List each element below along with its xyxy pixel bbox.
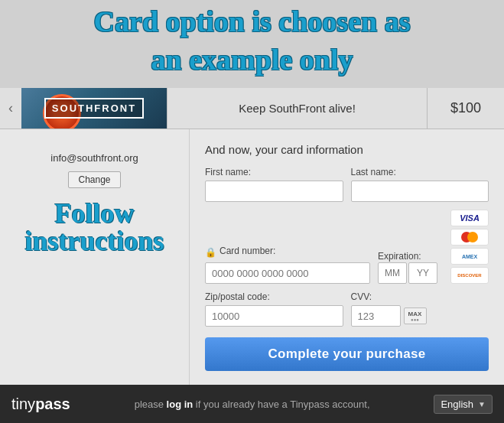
- form-title: And now, your card information: [205, 143, 489, 156]
- logo-tiny: tiny: [11, 395, 35, 412]
- logo-text: SOUTHFRONT: [44, 98, 144, 119]
- expiry-inputs: [378, 262, 443, 284]
- amex-icon: AMEX: [450, 248, 489, 265]
- southfront-logo: SOUTHFRONT: [21, 88, 167, 129]
- discover-icon: DISCOVER: [450, 267, 489, 284]
- footer: tinypass please log in if you already ha…: [0, 385, 504, 423]
- footer-text-pre: please: [135, 399, 167, 410]
- header-description: Keep SouthFront alive!: [167, 88, 428, 129]
- card-number-group: 🔒 Card number:: [205, 246, 370, 284]
- main-container: ‹ SOUTHFRONT Keep SouthFront alive! $100…: [0, 88, 504, 385]
- content-area: info@southfront.org Change Follow instru…: [0, 129, 504, 385]
- cvv-label: CVV:: [351, 291, 489, 302]
- footer-text-post: if you already have a Tinypass account,: [193, 399, 369, 410]
- right-form: And now, your card information First nam…: [190, 129, 504, 385]
- visa-icon: VISA: [450, 210, 489, 226]
- header-bar: ‹ SOUTHFRONT Keep SouthFront alive! $100: [0, 88, 504, 129]
- footer-login-text: please log in if you already have a Tiny…: [70, 399, 434, 410]
- expiry-mm-input[interactable]: [378, 262, 407, 284]
- user-email: info@southfront.org: [50, 152, 138, 164]
- cvv-input[interactable]: [351, 305, 401, 327]
- watermark-line2: an example only: [0, 38, 504, 76]
- watermark: Card option is choosen as an example onl…: [0, 0, 504, 76]
- expiration-label: Expiration:: [378, 251, 421, 262]
- language-dropdown-arrow: ▼: [478, 400, 486, 408]
- change-button[interactable]: Change: [68, 171, 120, 188]
- left-sidebar: info@southfront.org Change Follow instru…: [0, 129, 190, 385]
- card-row: 🔒 Card number: Expiration: VISA: [205, 210, 489, 284]
- expiry-yy-input[interactable]: [408, 262, 437, 284]
- login-link[interactable]: log in: [167, 399, 193, 410]
- bottom-row: Zip/postal code: CVV: MAX ●●●: [205, 291, 489, 327]
- follow-instructions-text: Follow instructions: [24, 200, 164, 255]
- tinypass-logo: tinypass: [11, 395, 70, 413]
- header-amount: $100: [428, 88, 504, 129]
- last-name-group: Last name:: [351, 167, 489, 202]
- expiry-group: Expiration:: [378, 249, 443, 284]
- zip-group: Zip/postal code:: [205, 291, 343, 327]
- last-name-label: Last name:: [351, 167, 489, 177]
- language-selector[interactable]: English ▼: [434, 395, 493, 414]
- first-name-group: First name:: [205, 167, 343, 202]
- last-name-input[interactable]: [351, 181, 489, 202]
- first-name-label: First name:: [205, 167, 343, 177]
- cvv-badge-icon: MAX ●●●: [404, 307, 427, 324]
- cvv-group: CVV: MAX ●●●: [351, 291, 489, 327]
- watermark-line1: Card option is choosen as: [0, 0, 504, 38]
- zip-label: Zip/postal code:: [205, 291, 343, 302]
- first-name-input[interactable]: [205, 181, 343, 202]
- card-number-label-row: 🔒 Card number:: [205, 246, 370, 259]
- name-row: First name: Last name:: [205, 167, 489, 202]
- card-number-label: Card number:: [219, 246, 275, 256]
- mastercard-icon: [450, 229, 489, 246]
- zip-input[interactable]: [205, 305, 343, 327]
- cvv-input-row: MAX ●●●: [351, 305, 489, 327]
- complete-purchase-button[interactable]: Complete your purchase: [205, 337, 489, 371]
- logo-pass: pass: [35, 395, 70, 412]
- lock-icon: 🔒: [205, 247, 216, 258]
- card-number-input[interactable]: [205, 262, 370, 284]
- card-brands: VISA AMEX DISCOVER: [450, 210, 489, 284]
- language-label: English: [441, 399, 473, 410]
- back-arrow[interactable]: ‹: [0, 88, 21, 129]
